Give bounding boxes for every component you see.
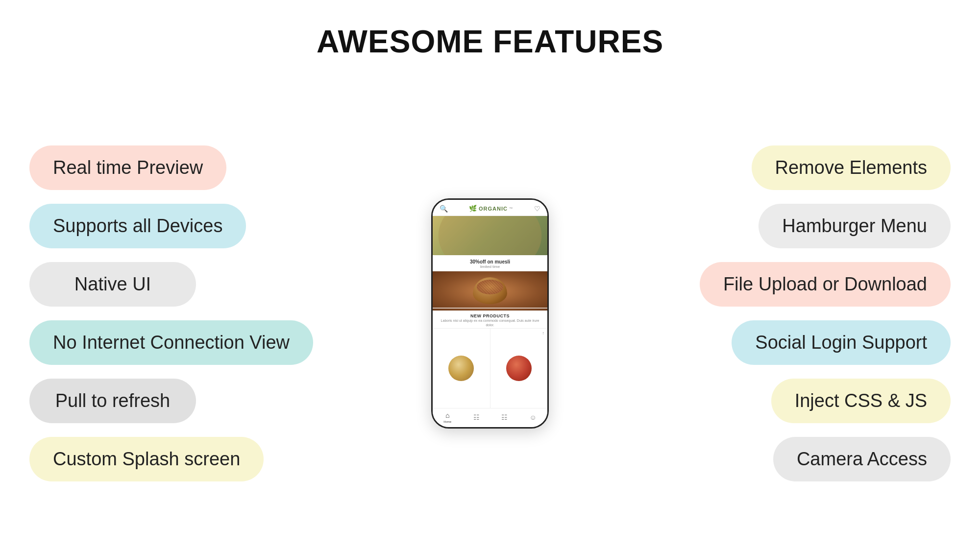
nav-profile[interactable]: ☺	[529, 413, 536, 421]
left-features-column: Real time PreviewSupports all DevicesNat…	[29, 145, 333, 481]
feature-pill-supports-all-devices: Supports all Devices	[29, 204, 246, 248]
feature-pill-inject-css-js: Inject CSS & JS	[771, 379, 951, 423]
right-features-column: Remove ElementsHamburger MenuFile Upload…	[647, 145, 951, 481]
feature-pill-hamburger-menu: Hamburger Menu	[759, 204, 951, 248]
feature-pill-social-login-support: Social Login Support	[732, 320, 951, 365]
bowl-left	[448, 356, 474, 381]
leaf-icon: 🌿	[469, 205, 477, 212]
feature-pill-native-ui: Native UI	[29, 262, 196, 307]
new-products-title: NEW PRODUCTS	[437, 313, 543, 318]
grid-item-left	[433, 329, 490, 408]
search-icon: 🔍	[440, 205, 448, 213]
page-title: AWESOME FEATURES	[0, 0, 980, 60]
phone-bottombar: ⌂ Home ☷ ☷ ☺	[433, 408, 547, 427]
heart-icon: ♡	[534, 205, 540, 213]
bowl-illustration	[473, 277, 507, 304]
phone-promo: 30%off on muesli limited time	[433, 255, 547, 271]
pull-refresh-icon: ↑	[542, 331, 545, 335]
promo-subtitle: limited time	[435, 264, 545, 269]
phone-brand: 🌿 ORGANIC™	[469, 205, 513, 212]
bowl-right	[506, 356, 532, 381]
feature-pill-remove-elements: Remove Elements	[752, 145, 951, 190]
phone-mockup: 🔍 🌿 ORGANIC™ ♡ 30%off on muesli limited …	[431, 198, 549, 429]
feature-pill-no-internet-connection-view: No Internet Connection View	[29, 320, 313, 365]
feature-pill-real-time-preview: Real time Preview	[29, 145, 226, 190]
doc-icon: ☷	[501, 413, 508, 421]
phone-pull-up-icon	[433, 308, 547, 309]
home-icon: ⌂	[445, 411, 449, 419]
phone-new-products: NEW PRODUCTS Laboris nisi ut aliquip ex …	[433, 311, 547, 328]
nav-shop[interactable]: ☷	[473, 413, 480, 421]
profile-icon: ☺	[529, 413, 536, 421]
feature-pill-custom-splash-screen: Custom Splash screen	[29, 437, 264, 481]
promo-title: 30%off on muesli	[435, 259, 545, 264]
phone-hero-image	[433, 216, 547, 255]
phone-product-grid: ↑	[433, 328, 547, 408]
features-layout: Real time PreviewSupports all DevicesNat…	[0, 60, 980, 547]
nav-docs[interactable]: ☷	[501, 413, 508, 421]
phone-screen: 🔍 🌿 ORGANIC™ ♡ 30%off on muesli limited …	[433, 200, 547, 427]
shop-icon: ☷	[473, 413, 480, 421]
phone-mockup-container: 🔍 🌿 ORGANIC™ ♡ 30%off on muesli limited …	[431, 198, 549, 429]
product-image	[433, 271, 547, 311]
feature-pill-camera-access: Camera Access	[773, 437, 951, 481]
grid-item-right: ↑	[490, 329, 548, 408]
hero-overlay	[433, 216, 547, 255]
new-products-description: Laboris nisi ut aliquip ex ea commodo co…	[437, 318, 543, 327]
nav-home[interactable]: ⌂ Home	[443, 411, 451, 423]
phone-topbar: 🔍 🌿 ORGANIC™ ♡	[433, 200, 547, 216]
feature-pill-pull-to-refresh: Pull to refresh	[29, 379, 196, 423]
feature-pill-file-upload-download: File Upload or Download	[700, 262, 951, 307]
